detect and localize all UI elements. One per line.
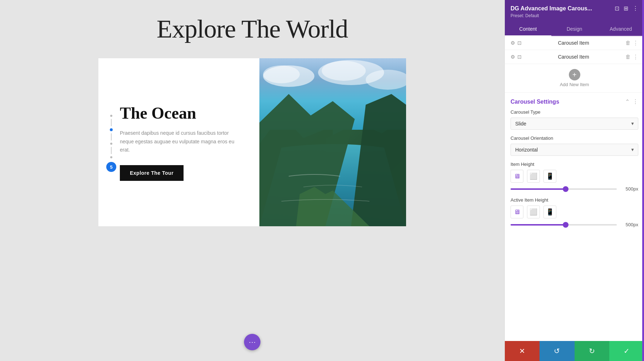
more-icon-2[interactable]: ⋮ <box>633 54 638 60</box>
svg-point-4 <box>322 61 366 81</box>
preview-area: Explore The World 5 The Ocean Praesent d… <box>0 0 504 361</box>
carousel-item-label-1: Carousel Item <box>525 40 623 46</box>
item-height-slider-thumb[interactable] <box>563 186 569 192</box>
carousel-type-select[interactable]: Slide Fade Cube <box>511 118 638 130</box>
collapse-icon[interactable]: ⌃ <box>625 98 630 105</box>
nav-dot-3[interactable] <box>110 143 112 145</box>
cancel-button[interactable]: ✕ <box>505 341 540 361</box>
item-actions-2: 🗑 ⋮ <box>625 54 638 60</box>
tablet-icon-active-height[interactable]: ⬜ <box>527 206 540 218</box>
layout-icon[interactable]: ⊞ <box>624 5 628 12</box>
confirm-button[interactable]: ✓ <box>609 341 644 361</box>
explore-tour-button[interactable]: Explore The Tour <box>120 165 184 181</box>
active-item-height-slider-fill <box>511 224 566 226</box>
carousel-navigation: 5 <box>106 113 116 172</box>
panel-preset: Preset: Default <box>511 13 638 18</box>
more-icon-1[interactable]: ⋮ <box>633 40 638 46</box>
image-icon-1[interactable]: ⊡ <box>517 40 522 46</box>
svg-point-2 <box>263 65 300 83</box>
panel-tabs: Content Design Advanced <box>505 23 644 36</box>
add-item-label: Add New Item <box>560 82 589 87</box>
settings-icon-2[interactable]: ⚙ <box>511 54 515 60</box>
panel-header-icons: ⊡ ⊞ ⋮ <box>615 5 638 12</box>
responsive-icon[interactable]: ⊡ <box>615 5 619 12</box>
carousel-image-panel <box>259 58 406 226</box>
nav-dot-2[interactable] <box>110 128 113 131</box>
carousel-type-label: Carousel Type <box>511 109 638 115</box>
item-height-slider-track[interactable] <box>511 188 617 190</box>
section-more-icon[interactable]: ⋮ <box>633 98 638 105</box>
fjord-background <box>259 58 406 226</box>
delete-icon-2[interactable]: 🗑 <box>625 54 631 60</box>
reset-button[interactable]: ↺ <box>540 341 574 361</box>
carousel-wrapper: 5 The Ocean Praesent dapibus neque id cu… <box>98 58 406 226</box>
item-height-label: Item Height <box>511 162 638 167</box>
carousel-left-panel: 5 The Ocean Praesent dapibus neque id cu… <box>98 58 259 226</box>
slide-description: Praesent dapibus neque id cursus faucibu… <box>120 129 241 154</box>
tab-advanced[interactable]: Advanced <box>597 23 644 35</box>
nav-dot-4[interactable] <box>110 156 112 158</box>
item-height-slider-row: 500px <box>511 186 638 192</box>
right-panel: DG Advanced Image Carous... ⊡ ⊞ ⋮ Preset… <box>504 0 644 361</box>
add-new-item-button[interactable]: + Add New Item <box>505 64 644 93</box>
panel-body: ⚙ ⊡ Carousel Item 🗑 ⋮ ⚙ ⊡ Carousel Item … <box>505 36 644 341</box>
carousel-item-row-1: ⚙ ⊡ Carousel Item 🗑 ⋮ <box>505 36 644 50</box>
desktop-icon-active-height[interactable]: 🖥 <box>511 206 523 218</box>
carousel-orientation-select-wrapper: Horizontal Vertical ▼ <box>511 144 638 156</box>
carousel-settings-title: Carousel Settings <box>511 99 559 105</box>
tab-design[interactable]: Design <box>551 23 598 35</box>
slide-title: The Ocean <box>120 104 241 123</box>
panel-header-top: DG Advanced Image Carous... ⊡ ⊞ ⋮ <box>511 5 638 12</box>
active-item-height-label: Active Item Height <box>511 197 638 203</box>
mobile-icon-height[interactable]: 📱 <box>543 170 556 183</box>
section-header-icons: ⌃ ⋮ <box>625 98 638 105</box>
nav-line-2 <box>111 133 112 140</box>
active-item-height-slider-track[interactable] <box>511 224 617 226</box>
item-height-value: 500px <box>620 186 638 192</box>
active-item-height-device-icons: 🖥 ⬜ 📱 <box>511 206 638 218</box>
fjord-svg <box>259 58 406 226</box>
carousel-settings-header: Carousel Settings ⌃ ⋮ <box>505 93 644 109</box>
nav-line-3 <box>111 147 112 154</box>
active-item-height-slider-thumb[interactable] <box>563 222 569 228</box>
add-circle-icon: + <box>569 69 580 80</box>
page-title: Explore The World <box>157 14 348 44</box>
nav-badge[interactable]: 5 <box>106 162 116 172</box>
desktop-icon-height[interactable]: 🖥 <box>511 170 523 183</box>
carousel-orientation-select[interactable]: Horizontal Vertical <box>511 144 638 156</box>
carousel-item-label-2: Carousel Item <box>525 54 623 60</box>
panel-header: DG Advanced Image Carous... ⊡ ⊞ ⋮ Preset… <box>505 0 644 23</box>
nav-line-1 <box>111 119 112 126</box>
more-icon[interactable]: ⋮ <box>633 5 638 12</box>
image-icon-2[interactable]: ⊡ <box>517 54 522 60</box>
item-icons-2: ⚙ ⊡ <box>511 54 522 60</box>
mobile-icon-active-height[interactable]: 📱 <box>543 206 556 218</box>
carousel-item-row-2: ⚙ ⊡ Carousel Item 🗑 ⋮ <box>505 50 644 64</box>
bottom-toolbar: ✕ ↺ ↻ ✓ <box>505 341 644 361</box>
carousel-orientation-label: Carousel Orientation <box>511 135 638 141</box>
tab-content[interactable]: Content <box>505 23 551 36</box>
item-height-device-icons: 🖥 ⬜ 📱 <box>511 170 638 183</box>
floating-action-button[interactable]: ⋯ <box>244 334 260 350</box>
panel-title: DG Advanced Image Carous... <box>511 5 592 12</box>
nav-dot-1[interactable] <box>110 115 112 117</box>
item-actions-1: 🗑 ⋮ <box>625 40 638 46</box>
active-item-height-value: 500px <box>620 222 638 227</box>
active-item-height-slider-row: 500px <box>511 222 638 227</box>
item-height-slider-fill <box>511 188 566 190</box>
delete-icon-1[interactable]: 🗑 <box>625 40 631 46</box>
refresh-button[interactable]: ↻ <box>575 341 609 361</box>
panel-right-border <box>642 0 644 361</box>
settings-icon-1[interactable]: ⚙ <box>511 40 515 46</box>
tablet-icon-height[interactable]: ⬜ <box>527 170 540 183</box>
settings-block: Carousel Type Slide Fade Cube ▼ Carousel… <box>505 109 644 239</box>
carousel-type-select-wrapper: Slide Fade Cube ▼ <box>511 118 638 130</box>
item-icons-1: ⚙ ⊡ <box>511 40 522 46</box>
